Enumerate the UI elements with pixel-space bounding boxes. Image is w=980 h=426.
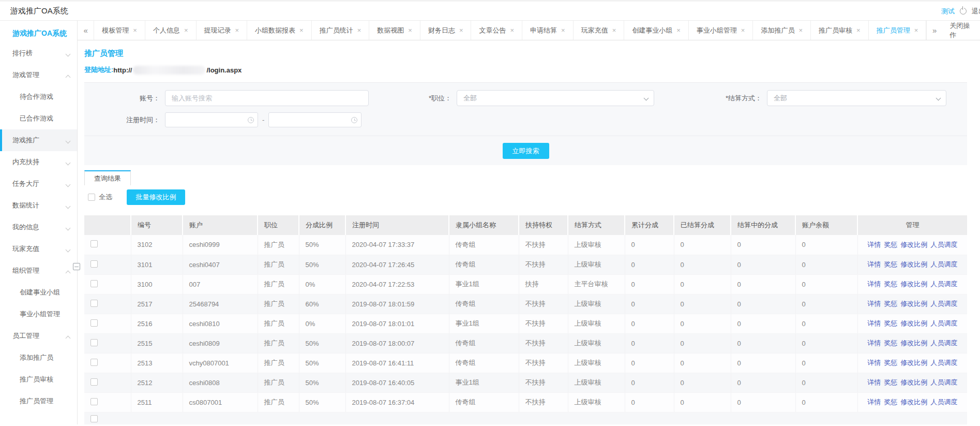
close-icon[interactable]: × [184,26,188,34]
tab-query-results[interactable]: 查询结果 [84,170,131,185]
row-checkbox[interactable] [91,378,98,386]
user-link[interactable]: 测试 [941,7,955,16]
regtime-start-input[interactable] [165,112,258,127]
select-all-checkbox[interactable] [88,194,95,201]
action-link-奖惩[interactable]: 奖惩 [884,241,897,248]
action-link-奖惩[interactable]: 奖惩 [884,280,897,288]
action-link-奖惩[interactable]: 奖惩 [884,359,897,366]
action-link-人员调度[interactable]: 人员调度 [930,359,957,366]
sidebar-item-事业小组管理[interactable]: 事业小组管理 [0,303,77,325]
close-icon[interactable]: × [408,26,412,34]
sidebar-item-我的信息[interactable]: 我的信息 [0,216,77,238]
tab-事业小组管理[interactable]: 事业小组管理× [689,21,753,40]
action-link-人员调度[interactable]: 人员调度 [930,319,957,327]
tab-推广员统计[interactable]: 推广员统计× [312,21,370,40]
close-icon[interactable]: × [561,26,565,34]
action-link-人员调度[interactable]: 人员调度 [930,339,957,347]
row-checkbox[interactable] [91,415,98,422]
sidebar-item-排行榜[interactable]: 排行榜 [0,42,77,64]
close-operations-button[interactable]: 关闭操作 [942,21,980,40]
action-link-人员调度[interactable]: 人员调度 [930,280,957,288]
close-icon[interactable]: × [676,26,681,34]
action-link-修改比例[interactable]: 修改比例 [900,359,927,366]
action-link-修改比例[interactable]: 修改比例 [900,260,927,268]
tab-模板管理[interactable]: 模板管理× [94,21,145,40]
sidebar-collapse-icon[interactable] [73,263,80,270]
tab-创建事业小组[interactable]: 创建事业小组× [624,21,689,40]
close-icon[interactable]: × [741,26,745,34]
sidebar-item-玩家充值[interactable]: 玩家充值 [0,238,77,260]
action-link-奖惩[interactable]: 奖惩 [884,300,897,307]
tab-财务日志[interactable]: 财务日志× [420,21,472,40]
sidebar-item-员工管理[interactable]: 员工管理 [0,325,77,347]
sidebar-item-组织管理[interactable]: 组织管理 [0,260,77,282]
close-icon[interactable]: × [914,26,918,34]
action-link-人员调度[interactable]: 人员调度 [930,260,957,268]
action-link-奖惩[interactable]: 奖惩 [884,398,897,406]
sidebar-item-游戏管理[interactable]: 游戏管理 [0,64,77,86]
action-link-详情[interactable]: 详情 [867,339,881,347]
row-checkbox[interactable] [91,240,98,247]
close-icon[interactable]: × [510,26,514,34]
action-link-详情[interactable]: 详情 [867,280,881,288]
sidebar-item-任务大厅[interactable]: 任务大厅 [0,173,77,195]
row-checkbox[interactable] [91,319,98,327]
tab-添加推广员[interactable]: 添加推广员× [753,21,811,40]
search-button[interactable]: 立即搜索 [503,143,549,159]
tab-小组数据报表[interactable]: 小组数据报表× [247,21,312,40]
close-icon[interactable]: × [133,26,137,34]
close-icon[interactable]: × [798,26,803,34]
batch-edit-ratio-button[interactable]: 批量修改比例 [127,189,185,205]
regtime-end-input[interactable] [268,112,361,127]
tab-数据视图[interactable]: 数据视图× [369,21,420,40]
scroll-tabs-right-icon[interactable]: » [926,21,942,40]
close-icon[interactable]: × [235,26,239,34]
row-checkbox[interactable] [91,359,98,366]
row-checkbox[interactable] [91,339,98,346]
action-link-详情[interactable]: 详情 [867,359,881,366]
action-link-人员调度[interactable]: 人员调度 [930,300,957,307]
action-link-奖惩[interactable]: 奖惩 [884,319,897,327]
sidebar-item-内充扶持[interactable]: 内充扶持 [0,151,77,173]
row-checkbox[interactable] [91,398,98,405]
close-icon[interactable]: × [612,26,616,34]
close-icon[interactable]: × [357,26,361,34]
action-link-详情[interactable]: 详情 [867,300,881,307]
action-link-修改比例[interactable]: 修改比例 [900,339,927,347]
sidebar-item-已合作游戏[interactable]: 已合作游戏 [0,108,77,129]
action-link-奖惩[interactable]: 奖惩 [884,339,897,347]
sidebar-item-创建事业小组[interactable]: 创建事业小组 [0,282,77,303]
row-checkbox[interactable] [91,280,98,287]
action-link-修改比例[interactable]: 修改比例 [900,378,927,386]
tab-推广员管理[interactable]: 推广员管理× [869,21,927,40]
account-input[interactable] [165,90,369,106]
tab-个人信息[interactable]: 个人信息× [145,21,197,40]
action-link-详情[interactable]: 详情 [867,378,881,386]
tab-提现记录[interactable]: 提现记录× [197,21,248,40]
sidebar-item-待合作游戏[interactable]: 待合作游戏 [0,86,77,108]
action-link-奖惩[interactable]: 奖惩 [884,260,897,268]
action-link-修改比例[interactable]: 修改比例 [900,398,927,406]
action-link-奖惩[interactable]: 奖惩 [884,378,897,386]
logout-link[interactable]: 退出 [972,7,980,16]
close-icon[interactable]: × [299,26,304,34]
settle-method-select[interactable]: 全部 [767,90,946,106]
tab-文章公告[interactable]: 文章公告× [471,21,522,40]
action-link-详情[interactable]: 详情 [867,319,881,327]
sidebar-item-游戏推广[interactable]: 游戏推广 [0,129,77,151]
action-link-详情[interactable]: 详情 [867,398,881,406]
action-link-修改比例[interactable]: 修改比例 [900,300,927,307]
row-checkbox[interactable] [91,260,98,268]
close-icon[interactable]: × [856,26,861,34]
action-link-详情[interactable]: 详情 [867,260,881,268]
select-all[interactable]: 全选 [88,193,112,202]
action-link-修改比例[interactable]: 修改比例 [900,280,927,288]
action-link-人员调度[interactable]: 人员调度 [930,378,957,386]
sidebar-item-数据统计[interactable]: 数据统计 [0,195,77,216]
action-link-详情[interactable]: 详情 [867,241,881,248]
action-link-人员调度[interactable]: 人员调度 [930,241,957,248]
sidebar-item-添加推广员[interactable]: 添加推广员 [0,347,77,369]
position-select[interactable]: 全部 [457,90,654,106]
tab-推广员审核[interactable]: 推广员审核× [811,21,869,40]
tab-玩家充值[interactable]: 玩家充值× [574,21,625,40]
